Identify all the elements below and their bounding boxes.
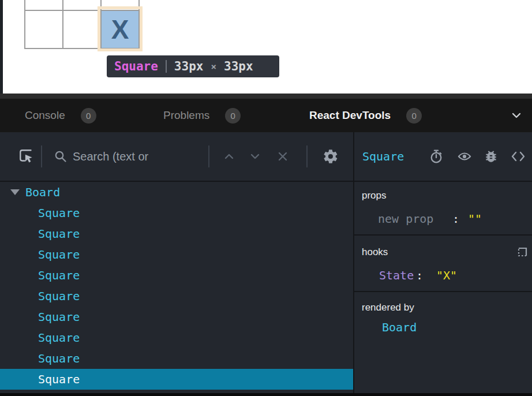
tree-item-label: Square <box>38 289 80 303</box>
tree-item-label: Square <box>38 331 80 345</box>
tab-label: React DevTools <box>309 109 391 122</box>
hooks-section-label: hooks <box>362 246 388 258</box>
tree-item-label: Square <box>38 248 80 261</box>
section-divider <box>354 234 532 236</box>
screen: X Square 33px × 33px Console 0 Problems … <box>0 0 532 396</box>
tree-item-square[interactable]: Square <box>0 327 353 348</box>
eye-icon[interactable] <box>457 149 472 164</box>
tab-label: Console <box>25 109 65 122</box>
inspect-tooltip: Square 33px × 33px <box>107 55 279 77</box>
components-tree: Board Square Square Square Square Square… <box>0 182 353 393</box>
search-icon <box>53 132 68 181</box>
board-cell[interactable] <box>62 0 100 10</box>
hooks-colon: : <box>416 268 423 282</box>
tree-item-square-selected[interactable]: Square <box>0 369 353 390</box>
game-board: X <box>24 0 140 49</box>
react-devtools-count-badge: 0 <box>406 108 422 124</box>
rendered-by-section-label: rendered by <box>362 302 414 313</box>
tree-item-board[interactable]: Board <box>0 182 353 203</box>
problems-count-badge: 0 <box>225 108 241 124</box>
board-cell[interactable] <box>100 0 138 10</box>
tooltip-divider <box>166 60 167 73</box>
board-cell[interactable] <box>24 10 62 48</box>
board-cell-highlighted[interactable]: X <box>100 10 138 48</box>
parse-hook-names-icon[interactable] <box>515 245 530 260</box>
close-icon[interactable] <box>276 132 290 181</box>
search-input[interactable] <box>73 145 204 168</box>
bug-icon[interactable] <box>484 149 499 164</box>
square-mark: X <box>111 16 129 43</box>
tree-item-square[interactable]: Square <box>0 286 353 307</box>
tooltip-height: 33px <box>224 59 253 73</box>
tree-item-label: Square <box>38 227 80 241</box>
new-prop-input[interactable]: new prop <box>378 212 433 226</box>
props-row: new prop : "" <box>354 212 532 229</box>
tooltip-width: 33px <box>174 59 204 73</box>
tab-react-devtools[interactable]: React DevTools 0 <box>309 99 422 132</box>
tooltip-component-name: Square <box>114 59 158 73</box>
section-divider <box>354 291 532 292</box>
tab-console[interactable]: Console 0 <box>25 99 96 132</box>
tree-item-label: Square <box>38 268 80 282</box>
chevron-expander-icon[interactable] <box>10 189 20 195</box>
rendered-by-board-link[interactable]: Board <box>382 320 417 334</box>
tree-item-square[interactable]: Square <box>0 223 353 244</box>
tree-item-square[interactable]: Square <box>0 265 353 286</box>
board-cell[interactable] <box>24 0 62 10</box>
inspect-element-icon[interactable] <box>17 132 36 181</box>
props-section-label: props <box>362 190 387 201</box>
tree-item-square[interactable]: Square <box>0 203 353 223</box>
selected-component-title: Square <box>362 150 404 163</box>
chevron-down-icon[interactable] <box>248 132 262 181</box>
toolbar-divider <box>208 145 209 167</box>
details-panel-header: Square <box>354 132 532 181</box>
tree-item-label: Square <box>38 206 80 220</box>
devtools-tabbar: Console 0 Problems 0 React DevTools 0 <box>0 99 532 132</box>
inspected-page: X Square 33px × 33px <box>0 0 532 94</box>
chevron-down-icon[interactable] <box>510 109 523 122</box>
tree-item-label: Square <box>38 310 80 324</box>
window-bottom-edge <box>0 393 532 396</box>
props-colon: : <box>452 212 459 226</box>
toolbar-divider <box>306 145 308 167</box>
stopwatch-icon[interactable] <box>429 149 444 164</box>
code-brackets-icon[interactable] <box>511 149 526 164</box>
tree-item-square[interactable]: Square <box>0 307 353 327</box>
console-count-badge: 0 <box>81 108 96 124</box>
tree-item-label: Square <box>38 352 80 365</box>
tree-item-label: Square <box>38 372 80 386</box>
window-edge <box>0 0 3 94</box>
chevron-up-icon[interactable] <box>222 132 236 181</box>
board-cell[interactable] <box>62 10 100 48</box>
hook-state-key[interactable]: State <box>379 268 414 282</box>
toolbar-divider <box>41 145 42 167</box>
tab-problems[interactable]: Problems 0 <box>163 99 241 132</box>
details-panel: props new prop : "" hooks State : "X" re… <box>354 182 532 393</box>
prop-value[interactable]: "" <box>468 212 482 226</box>
tab-label: Problems <box>163 109 209 122</box>
tree-item-label: Board <box>25 185 60 199</box>
hooks-row: State : "X" <box>354 268 532 286</box>
tree-item-square[interactable]: Square <box>0 348 353 369</box>
devtools-top-border[interactable] <box>0 94 532 99</box>
tooltip-times-icon: × <box>211 61 216 72</box>
tree-item-square[interactable]: Square <box>0 244 353 265</box>
gear-icon[interactable] <box>322 132 339 181</box>
hook-state-value[interactable]: "X" <box>436 268 457 282</box>
